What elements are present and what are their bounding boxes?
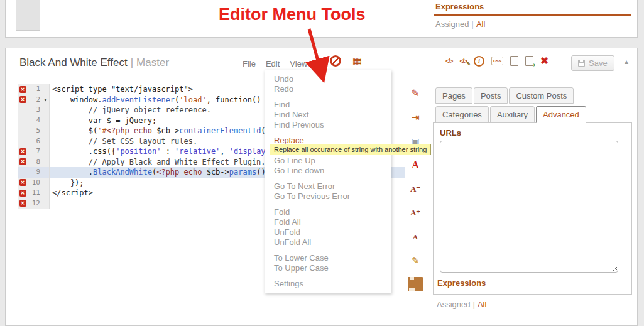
tab-categories[interactable]: Categories (435, 106, 489, 122)
error-marker-slot: ✕ (18, 188, 27, 198)
insert-template-icon[interactable]: ⇥ (408, 110, 423, 124)
code-segment: params (229, 168, 256, 177)
menu-edit[interactable]: Edit (266, 59, 280, 68)
menu-item-fold[interactable]: Fold (265, 207, 391, 217)
tab-advanced[interactable]: Advanced (536, 106, 586, 123)
tab-custom-posts[interactable]: Custom Posts (509, 87, 574, 104)
line-number[interactable]: 9 (27, 167, 42, 178)
font-color-icon[interactable]: A (408, 158, 423, 172)
menu-item-unfold[interactable]: UnFold (265, 227, 391, 237)
code-segment: 'display (229, 147, 266, 156)
line-number[interactable]: 4 (27, 116, 42, 126)
expressions-links-top: Assigned|All (435, 19, 485, 29)
font-reset-icon[interactable]: A (408, 229, 423, 244)
menu-file[interactable]: File (243, 59, 256, 68)
menu-item-to-lower-case[interactable]: To Lower Case (265, 253, 391, 263)
template-revision: Master (136, 57, 169, 68)
fold-gutter (42, 105, 50, 116)
tabs-row-2: CategoriesAuxiliaryAdvanced (435, 106, 586, 122)
menu-separator (265, 130, 391, 136)
line-number[interactable]: 6 (27, 136, 42, 147)
tab-auxiliary[interactable]: Auxiliary (490, 106, 535, 122)
error-marker-slot (18, 167, 27, 178)
line-number[interactable]: 5 (27, 126, 42, 136)
save-button[interactable]: Save (571, 55, 614, 71)
menu-item-settings[interactable]: Settings (265, 279, 391, 289)
line-number[interactable]: 12 (27, 198, 42, 209)
fold-gutter (42, 126, 50, 136)
tab-pages[interactable]: Pages (435, 87, 472, 104)
code-segment: var $ = jQuery; (52, 116, 156, 125)
delete-icon[interactable]: ✖ (540, 55, 548, 67)
font-increase-icon[interactable]: A⁺ (408, 205, 423, 220)
code-segment: , function() (207, 95, 261, 104)
expressions-divider-top (434, 14, 631, 16)
edit-template-icon[interactable]: ✎ (408, 253, 423, 268)
css-icon[interactable]: css (491, 57, 503, 65)
tab-posts[interactable]: Posts (474, 87, 508, 104)
code-segment: <script type="text/javascript"> (52, 85, 193, 94)
collapse-toggle-icon[interactable]: ▴ (625, 57, 628, 66)
code-segment: : (161, 147, 175, 156)
code-segment: 'relative' (175, 147, 220, 156)
error-marker-slot: ✕ (18, 178, 27, 188)
menu-item-find[interactable]: Find (265, 100, 391, 110)
all-link[interactable]: All (476, 19, 485, 29)
error-marker-slot: ✕ (18, 84, 27, 95)
code-segment: </script> (52, 188, 93, 197)
menu-item-unfold-all[interactable]: UnFold All (265, 237, 391, 247)
menu-item-to-upper-case[interactable]: To Upper Case (265, 263, 391, 273)
code-segment: 'position' (116, 147, 161, 156)
code-segment: window. (52, 95, 102, 104)
header-icons-left: ▦ (330, 55, 362, 67)
line-number[interactable]: 2 (27, 95, 42, 106)
error-marker-slot (18, 105, 27, 116)
menu-item-go-to-previous-error[interactable]: Go To Previous Error (265, 192, 391, 202)
assignment-content: URLs Expressions (433, 122, 632, 295)
save-template-icon[interactable] (408, 277, 423, 291)
save-label: Save (589, 58, 608, 68)
menu-item-find-previous[interactable]: Find Previous (265, 120, 391, 130)
line-number[interactable]: 11 (27, 188, 42, 198)
error-icon: ✕ (19, 190, 26, 197)
editor-side-toolbar: ✎⇥▣AA⁻A⁺A✎ (407, 86, 424, 291)
fold-gutter (42, 157, 50, 168)
new-file-icon[interactable] (510, 56, 518, 66)
link-separator: | (471, 19, 473, 29)
error-icon: ✕ (19, 86, 26, 93)
line-number[interactable]: 8 (27, 157, 42, 168)
archive-icon[interactable]: ▦ (352, 56, 362, 66)
all-link[interactable]: All (478, 300, 486, 309)
line-number[interactable]: 7 (27, 146, 42, 157)
menu-separator (265, 247, 391, 253)
menu-item-find-next[interactable]: Find Next (265, 110, 391, 120)
edit-menu: UndoRedoFindFind NextFind PreviousReplac… (265, 70, 391, 293)
line-number[interactable]: 1 (27, 84, 42, 95)
assigned-link[interactable]: Assigned (437, 300, 470, 309)
code-segment: '# (97, 126, 106, 135)
panel-title: Black And White Effect|Master (19, 57, 169, 69)
urls-input[interactable] (440, 141, 618, 273)
font-decrease-icon[interactable]: A⁻ (408, 182, 423, 196)
menu-separator (265, 202, 391, 207)
code-block-icon[interactable]: </> (445, 58, 452, 65)
import-file-icon[interactable] (525, 56, 533, 66)
assigned-link[interactable]: Assigned (435, 19, 469, 29)
validate-code-icon[interactable]: ✎ (408, 86, 423, 101)
menu-item-go-line-up[interactable]: Go Line Up (265, 156, 391, 166)
error-marker-slot (18, 136, 27, 147)
menu-separator (265, 273, 391, 279)
menu-item-fold-all[interactable]: Fold All (265, 217, 391, 227)
error-marker-slot: ✕ (18, 146, 27, 157)
line-number[interactable]: 3 (27, 105, 42, 116)
menu-separator (265, 176, 391, 182)
error-icon: ✕ (19, 158, 26, 165)
menu-item-go-to-next-error[interactable]: Go To Next Error (265, 182, 391, 192)
info-icon[interactable]: i (474, 56, 484, 67)
code-edit-icon[interactable]: </> (459, 58, 466, 65)
line-number[interactable]: 10 (27, 178, 42, 188)
menu-item-go-line-down[interactable]: Go Line down (265, 166, 391, 176)
menu-separator (265, 94, 391, 100)
fold-arrow-icon[interactable]: ▾ (42, 95, 50, 106)
annotation-arrow-icon (284, 24, 334, 87)
